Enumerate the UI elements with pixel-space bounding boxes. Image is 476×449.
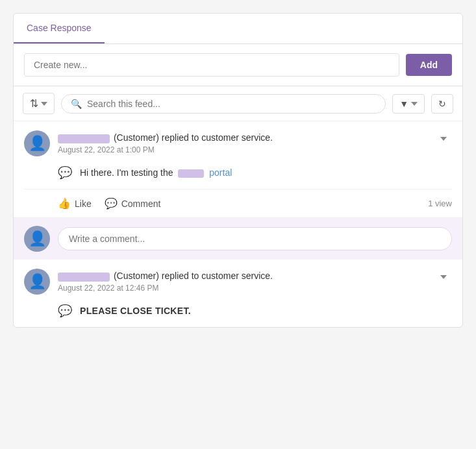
add-button[interactable]: Add: [406, 54, 452, 76]
comment-input[interactable]: [58, 227, 452, 250]
sort-button[interactable]: ⇅: [23, 93, 55, 114]
message-prefix: Hi there. I'm testing the: [80, 167, 173, 178]
avatar: 👤: [24, 130, 50, 156]
comment-button[interactable]: 💬 Comment: [105, 195, 161, 212]
comment-avatar: 👤: [24, 226, 50, 252]
post-meta: (Customer) replied to customer service. …: [58, 132, 273, 154]
post-item-2: 👤 (Customer) replied to customer service…: [14, 260, 462, 327]
post-item: 👤 (Customer) replied to customer service…: [14, 121, 462, 218]
avatar-2: 👤: [24, 269, 50, 295]
like-icon: 👍: [58, 197, 71, 210]
message-redacted-block: [178, 169, 204, 178]
author-redacted-2: [58, 273, 110, 282]
portal-link[interactable]: portal: [209, 167, 232, 178]
dropdown-chevron-icon: [440, 137, 447, 141]
sort-icon: ⇅: [30, 97, 38, 110]
search-input[interactable]: [87, 99, 376, 109]
main-container: Case Response Add ⇅ 🔍 ▼ ↻ 👤: [13, 13, 463, 328]
create-new-input[interactable]: [24, 53, 399, 77]
sort-chevron-icon: [41, 102, 47, 106]
message-icon-2: 💬: [58, 304, 72, 318]
author-redacted: [58, 134, 110, 143]
post-header-left-2: 👤 (Customer) replied to customer service…: [24, 269, 273, 295]
search-icon: 🔍: [71, 99, 82, 109]
post-actions: 👍 Like 💬 Comment 1 view: [24, 189, 452, 217]
refresh-button[interactable]: ↻: [431, 94, 453, 114]
post-timestamp: August 22, 2022 at 1:00 PM: [58, 145, 273, 154]
filter-icon: ▼: [399, 99, 408, 109]
post-text-2: PLEASE CLOSE TICKET.: [80, 306, 191, 316]
tab-case-response[interactable]: Case Response: [14, 14, 105, 43]
feed-toolbar: ⇅ 🔍 ▼ ↻: [14, 86, 462, 121]
comment-icon: 💬: [105, 197, 118, 210]
filter-button[interactable]: ▼: [392, 94, 425, 114]
view-count: 1 view: [428, 199, 452, 208]
post-text: Hi there. I'm testing the portal: [80, 167, 232, 178]
comment-input-area: 👤: [14, 218, 462, 260]
message-icon: 💬: [58, 165, 72, 180]
post-body: 💬 Hi there. I'm testing the portal: [24, 156, 452, 189]
filter-chevron-icon: [411, 102, 418, 106]
tabs-bar: Case Response: [14, 14, 462, 44]
author-suffix: (Customer) replied to customer service.: [114, 132, 273, 143]
like-button[interactable]: 👍 Like: [58, 195, 92, 212]
create-bar: Add: [14, 44, 462, 86]
post-timestamp-2: August 22, 2022 at 12:46 PM: [58, 284, 273, 293]
author-suffix-2: (Customer) replied to customer service.: [114, 271, 273, 281]
post-body-2: 💬 PLEASE CLOSE TICKET.: [24, 295, 452, 327]
comment-label: Comment: [121, 199, 161, 209]
post-dropdown-button[interactable]: [435, 130, 452, 145]
post-meta-2: (Customer) replied to customer service. …: [58, 271, 273, 292]
like-label: Like: [75, 199, 92, 209]
post-header: 👤 (Customer) replied to customer service…: [24, 130, 452, 156]
post-author-line-2: (Customer) replied to customer service.: [58, 271, 273, 281]
post-header-left: 👤 (Customer) replied to customer service…: [24, 130, 273, 156]
user-icon: 👤: [29, 135, 46, 152]
user-icon-2: 👤: [29, 273, 46, 290]
post-author-line: (Customer) replied to customer service.: [58, 132, 273, 143]
dropdown-chevron-icon-2: [440, 275, 447, 279]
comment-user-icon: 👤: [29, 230, 46, 247]
search-box: 🔍: [61, 94, 386, 114]
post-dropdown-button-2[interactable]: [435, 269, 452, 284]
post-header-2: 👤 (Customer) replied to customer service…: [24, 269, 452, 295]
